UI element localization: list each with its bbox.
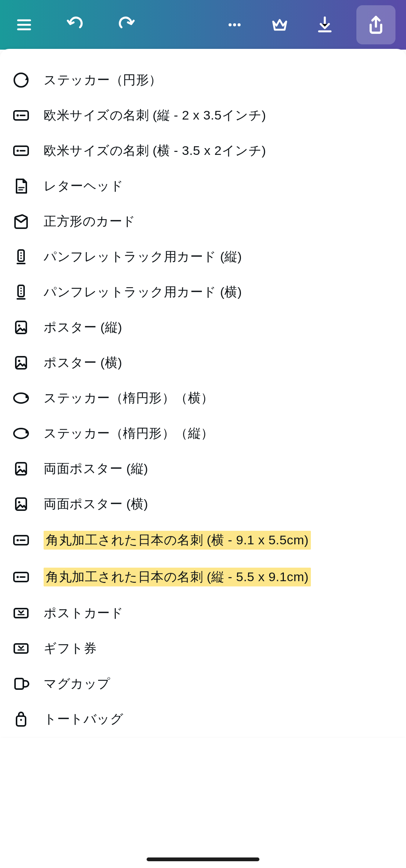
template-size-label: 両面ポスター (横) <box>44 495 148 513</box>
template-size-label: レターヘッド <box>44 177 123 195</box>
more-button[interactable] <box>221 11 248 38</box>
template-size-option[interactable]: 両面ポスター (横) <box>0 486 406 522</box>
template-size-label: マグカップ <box>44 675 111 692</box>
card-icon <box>13 569 29 585</box>
template-size-label: 角丸加工された日本の名刺 (縦 - 5.5 x 9.1cm) <box>44 568 311 586</box>
template-size-option[interactable]: ポストカード <box>0 595 406 631</box>
template-size-list[interactable]: ステッカー（円形）欧米サイズの名刺 (縦 - 2 x 3.5インチ)欧米サイズの… <box>0 49 406 737</box>
template-size-label: 角丸加工された日本の名刺 (横 - 9.1 x 5.5cm) <box>44 531 311 550</box>
sticker-circle-icon <box>13 72 29 88</box>
template-size-label: ポストカード <box>44 604 123 622</box>
template-size-option[interactable]: 欧米サイズの名刺 (縦 - 2 x 3.5インチ) <box>0 98 406 133</box>
card-icon <box>13 107 29 124</box>
template-size-option[interactable]: マグカップ <box>0 666 406 701</box>
menu-button[interactable] <box>11 11 38 38</box>
template-size-option[interactable]: 角丸加工された日本の名刺 (横 - 9.1 x 5.5cm) <box>0 522 406 559</box>
template-size-option[interactable]: ポスター (横) <box>0 345 406 380</box>
template-size-label: 正方形のカード <box>44 213 136 230</box>
template-size-label: ステッカー（楕円形）（横） <box>44 389 214 407</box>
postcard-icon <box>13 605 29 621</box>
template-size-option[interactable]: パンフレットラック用カード (縦) <box>0 239 406 274</box>
template-size-option[interactable]: パンフレットラック用カード (横) <box>0 274 406 310</box>
poster-icon <box>13 496 29 512</box>
template-size-option[interactable]: 正方形のカード <box>0 204 406 239</box>
bag-icon <box>13 711 29 727</box>
template-size-option[interactable]: レターヘッド <box>0 168 406 204</box>
template-size-label: ステッカー（楕円形）（縦） <box>44 425 214 442</box>
card-icon <box>13 532 29 548</box>
envelope-icon <box>13 213 29 230</box>
template-size-option[interactable]: 欧米サイズの名刺 (横 - 3.5 x 2インチ) <box>0 133 406 168</box>
postcard-icon <box>13 640 29 657</box>
template-size-label: ポスター (横) <box>44 354 122 371</box>
poster-icon <box>13 319 29 336</box>
redo-button[interactable] <box>113 11 140 38</box>
template-size-option[interactable]: 角丸加工された日本の名刺 (縦 - 5.5 x 9.1cm) <box>0 559 406 595</box>
app-toolbar <box>0 0 406 50</box>
template-size-label: 両面ポスター (縦) <box>44 460 148 477</box>
rackcard-icon <box>13 284 29 300</box>
undo-button[interactable] <box>62 11 89 38</box>
share-button[interactable] <box>356 5 395 44</box>
template-size-label: パンフレットラック用カード (横) <box>44 283 242 301</box>
template-size-option[interactable]: 両面ポスター (縦) <box>0 451 406 486</box>
mug-icon <box>13 676 29 692</box>
letterhead-icon <box>13 178 29 194</box>
template-size-option[interactable]: ステッカー（楕円形）（縦） <box>0 416 406 451</box>
svg-point-22 <box>229 23 232 26</box>
template-size-label: ポスター (縦) <box>44 319 122 336</box>
template-size-option[interactable]: ポスター (縦) <box>0 310 406 345</box>
svg-point-23 <box>233 23 236 26</box>
template-size-option[interactable]: ステッカー（楕円形）（横） <box>0 380 406 416</box>
template-size-label: 欧米サイズの名刺 (縦 - 2 x 3.5インチ) <box>44 107 266 124</box>
sticker-oval-icon <box>13 425 29 442</box>
template-size-label: 欧米サイズの名刺 (横 - 3.5 x 2インチ) <box>44 142 266 159</box>
template-size-label: ステッカー（円形） <box>44 71 162 89</box>
home-indicator <box>147 857 259 861</box>
template-size-option[interactable]: ステッカー（円形） <box>0 62 406 98</box>
poster-icon <box>13 461 29 477</box>
template-size-label: パンフレットラック用カード (縦) <box>44 248 242 265</box>
rackcard-icon <box>13 248 29 265</box>
poster-icon <box>13 354 29 371</box>
card-icon <box>13 142 29 159</box>
download-button[interactable] <box>311 11 338 38</box>
template-size-option[interactable]: トートバッグ <box>0 701 406 737</box>
template-size-label: ギフト券 <box>44 640 97 657</box>
premium-button[interactable] <box>266 11 293 38</box>
template-size-label: トートバッグ <box>44 710 123 728</box>
svg-point-24 <box>238 23 241 26</box>
sticker-oval-icon <box>13 390 29 406</box>
template-size-option[interactable]: ギフト券 <box>0 631 406 666</box>
